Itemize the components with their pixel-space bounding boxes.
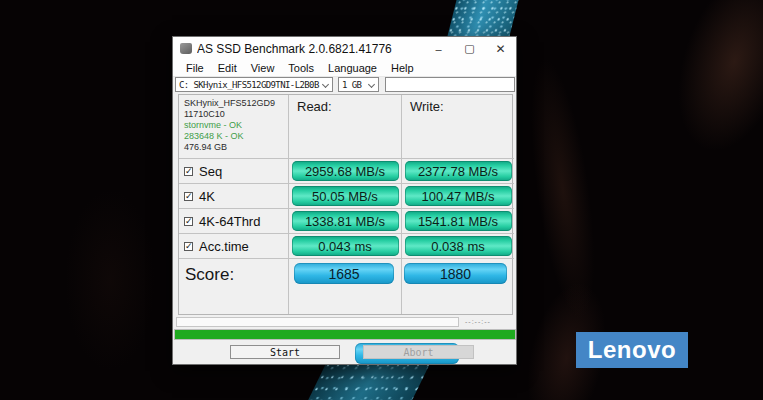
minimize-button[interactable]: – [423,37,454,60]
driver-status: stornvme - OK [184,120,242,131]
menu-view[interactable]: View [244,62,282,74]
acctime-read-cell: 0.043 ms [289,234,402,259]
row-4k: 4K [179,184,289,209]
benchmark-table: SKHynix_HFS512GD9 11710C10 stornvme - OK… [178,94,513,315]
test-size-value: 1 GB [339,80,368,90]
seq-write-cell: 2377.78 MB/s [402,159,514,184]
glitter-band-bottom [305,361,431,400]
alignment-status: 283648 K - OK [184,131,244,142]
4k64-read-cell: 1338.81 MB/s [289,209,402,234]
minimize-icon: – [435,43,441,55]
drive-model: SKHynix_HFS512GD9 [184,98,275,109]
acctime-write-cell: 0.038 ms [402,234,514,259]
seq-write-value: 2377.78 MB/s [405,161,512,181]
test-size-select[interactable]: 1 GB [338,77,379,92]
score-write-cell: 1880 [402,259,514,314]
chevron-down-icon [322,81,329,88]
row-label: Seq [199,164,222,179]
4k-read-value: 50.05 MB/s [292,186,399,206]
toolbar-text-input[interactable] [385,77,515,92]
score-write-value: 1880 [404,263,507,284]
row-label: 4K-64Thrd [199,214,260,229]
chevron-down-icon [368,81,375,88]
4k-read-cell: 50.05 MB/s [289,184,402,209]
score-read-cell: 1685 [289,259,402,314]
acctime-write-value: 0.038 ms [405,236,512,256]
checkbox-acctime[interactable] [184,242,193,251]
row-seq: Seq [179,159,289,184]
drive-info-cell: SKHynix_HFS512GD9 11710C10 stornvme - OK… [179,95,289,159]
acctime-read-value: 0.043 ms [292,236,399,256]
lenovo-logo: Lenovo [576,332,688,368]
toolbar: C: SKHynix_HFS512GD9TNI-L2B0B 1 GB [173,77,518,93]
drive-firmware: 11710C10 [184,109,225,120]
drive-select-value: C: SKHynix_HFS512GD9TNI-L2B0B [176,80,322,90]
menubar: File Edit View Tools Language Help [173,60,516,77]
maximize-button[interactable]: ▢ [454,37,485,60]
4k-write-value: 100.47 MB/s [405,186,512,206]
row-acctime: Acc.time [179,234,289,259]
drive-capacity: 476.94 GB [184,142,227,153]
canyon-streak [30,150,190,400]
seq-read-cell: 2959.68 MB/s [289,159,402,184]
close-button[interactable]: ✕ [485,37,516,60]
maximize-icon: ▢ [464,42,474,55]
as-ssd-benchmark-window: AS SSD Benchmark 2.0.6821.41776 – ▢ ✕ Fi… [172,36,517,365]
titlebar[interactable]: AS SSD Benchmark 2.0.6821.41776 – ▢ ✕ [173,37,516,60]
menu-file[interactable]: File [179,62,211,74]
canyon-streak [610,0,763,209]
start-button[interactable]: Start [230,345,340,359]
app-icon [180,43,192,54]
progress-bar [174,329,516,340]
desktop-background: AS SSD Benchmark 2.0.6821.41776 – ▢ ✕ Fi… [0,0,763,400]
score-label: Score: [179,259,289,314]
row-label: Acc.time [199,239,249,254]
time-remaining: --:--:-- [465,318,515,325]
checkbox-4k[interactable] [184,192,193,201]
read-header: Read: [289,95,402,159]
status-field [176,317,459,327]
write-header: Write: [402,95,514,159]
window-title: AS SSD Benchmark 2.0.6821.41776 [197,42,423,56]
menu-edit[interactable]: Edit [211,62,244,74]
4k64-read-value: 1338.81 MB/s [292,211,399,231]
score-read-value: 1685 [294,263,394,284]
row-4k64thrd: 4K-64Thrd [179,209,289,234]
abort-button[interactable]: Abort [363,345,474,359]
drive-select[interactable]: C: SKHynix_HFS512GD9TNI-L2B0B [175,77,333,92]
progress-fill [175,330,515,339]
menu-help[interactable]: Help [384,62,421,74]
close-icon: ✕ [495,42,505,56]
seq-read-value: 2959.68 MB/s [292,161,399,181]
menu-language[interactable]: Language [321,62,384,74]
checkbox-seq[interactable] [184,167,193,176]
4k-write-cell: 100.47 MB/s [402,184,514,209]
4k64-write-cell: 1541.81 MB/s [402,209,514,234]
row-label: 4K [199,189,215,204]
lenovo-logo-text: Lenovo [588,336,676,364]
checkbox-4k64thrd[interactable] [184,217,193,226]
4k64-write-value: 1541.81 MB/s [405,211,512,231]
menu-tools[interactable]: Tools [281,62,321,74]
